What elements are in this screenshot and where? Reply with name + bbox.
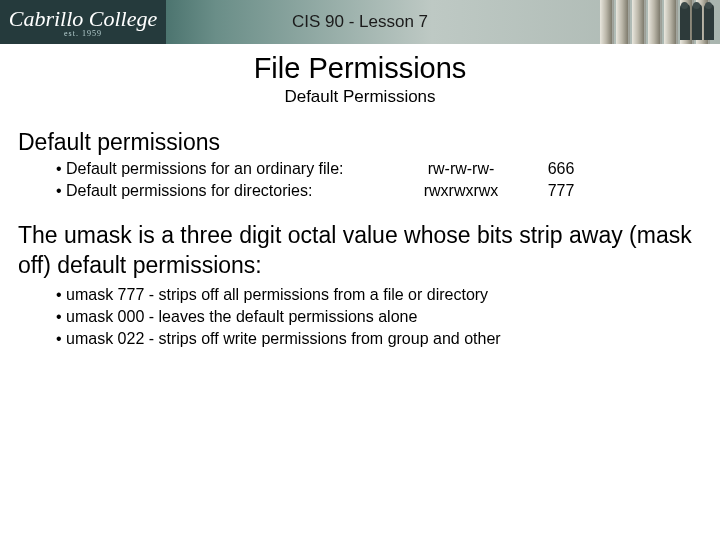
logo-text: Cabrillo College bbox=[9, 9, 158, 29]
permissions-octal: 666 bbox=[526, 158, 596, 180]
permissions-row: Default permissions for directories: rwx… bbox=[56, 180, 666, 202]
logo-subtext: est. 1959 bbox=[64, 29, 102, 38]
permissions-label: Default permissions for an ordinary file… bbox=[56, 158, 396, 180]
umask-paragraph: The umask is a three digit octal value w… bbox=[18, 220, 702, 280]
permissions-mode: rw-rw-rw- bbox=[396, 158, 526, 180]
page-title: File Permissions bbox=[0, 52, 720, 85]
umask-item: umask 777 - strips off all permissions f… bbox=[56, 284, 720, 306]
umask-item: umask 000 - leaves the default permissio… bbox=[56, 306, 720, 328]
page-subtitle: Default Permissions bbox=[0, 87, 720, 107]
umask-item: umask 022 - strips off write permissions… bbox=[56, 328, 720, 350]
permissions-row: Default permissions for an ordinary file… bbox=[56, 158, 666, 180]
section-heading: Default permissions bbox=[18, 129, 720, 156]
slide-header: Cabrillo College est. 1959 CIS 90 - Less… bbox=[0, 0, 720, 44]
college-logo: Cabrillo College est. 1959 bbox=[0, 0, 166, 44]
slide-body: File Permissions Default Permissions Def… bbox=[0, 44, 720, 350]
permissions-list: Default permissions for an ordinary file… bbox=[56, 158, 666, 202]
header-people-graphic bbox=[680, 4, 714, 40]
permissions-octal: 777 bbox=[526, 180, 596, 202]
permissions-mode: rwxrwxrwx bbox=[396, 180, 526, 202]
umask-list: umask 777 - strips off all permissions f… bbox=[56, 284, 720, 350]
course-title: CIS 90 - Lesson 7 bbox=[292, 12, 428, 32]
permissions-label: Default permissions for directories: bbox=[56, 180, 396, 202]
